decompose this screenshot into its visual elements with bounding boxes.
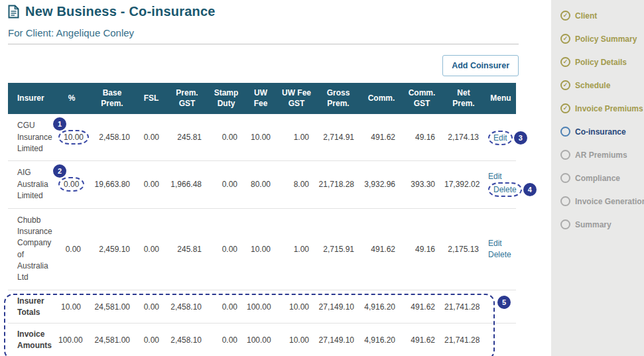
total-cell: 491.62 [402,324,442,356]
check-circle-icon [560,11,570,21]
value-cell: 3,932.96 [361,161,402,208]
sidebar-step-policy-summary[interactable]: Policy Summary [560,34,641,44]
insurer-row-aig: AIG Australia Limited 2 0.00 19,663.80 0… [8,161,516,208]
sidebar-step-compliance[interactable]: Compliance [560,173,641,183]
check-circle-icon [560,57,570,67]
check-circle-icon [560,80,570,90]
menu-cell: Edit Delete 4 [485,161,516,208]
value-cell: 0.00 [208,114,244,161]
insurer-name-cell: CGU Insurance Limited [8,114,56,161]
value-cell: 49.16 [402,114,442,161]
edit-link[interactable]: Edit [493,133,507,143]
coinsurance-table-wrap: Insurer % Base Prem. FSL Prem. GST Stamp… [8,83,516,356]
sidebar-step-schedule[interactable]: Schedule [560,80,641,90]
col-header-menu: Menu [485,83,516,114]
delete-link[interactable]: Delete [488,250,513,259]
radio-circle-icon [560,196,570,206]
coinsurance-table: Insurer % Base Prem. FSL Prem. GST Stamp… [8,83,516,356]
sidebar-step-invoice-premiums[interactable]: Invoice Premiums [560,103,641,113]
value-cell: 245.81 [166,208,208,290]
wizard-sidebar: Client Policy Summary Policy Details Sch… [551,0,644,356]
value-cell: 0.00 [137,161,166,208]
edit-link[interactable]: Edit [488,172,502,181]
total-cell: 0.00 [137,290,166,324]
value-cell: 8.00 [277,161,316,208]
page: New Business - Co-insurance For Client: … [0,0,644,356]
menu-cell-empty [485,324,516,356]
totals-label: Insurer Totals [8,290,56,324]
callout-badge-1: 1 [53,117,66,131]
value-cell: 2,714.91 [316,114,361,161]
total-cell: 4,916.20 [361,324,402,356]
radio-circle-icon [560,219,570,229]
total-cell: 100.00 [244,290,277,324]
toolbar: Add Coinsurer [8,55,519,76]
value-cell: 0.00 [137,208,166,290]
col-header-comm: Comm. [361,83,402,114]
total-cell: 2,458.10 [166,324,208,356]
radio-circle-icon [560,173,570,183]
menu-cell: Edit 3 [485,114,516,161]
insurer-row-cgu: CGU Insurance Limited 1 10.00 2,458.10 0… [8,114,516,161]
value-cell: 80.00 [244,161,277,208]
value-cell: 2,174.13 [442,114,485,161]
value-cell: 1.00 [277,208,316,290]
totals-label: Invoice Amounts [8,324,56,356]
sidebar-step-summary[interactable]: Summary [560,219,641,229]
total-cell: 100.00 [244,324,277,356]
col-header-insurer: Insurer [8,83,56,114]
total-cell: 10.00 [56,290,88,324]
col-header-prem-gst: Prem. GST [166,83,208,114]
total-cell: 4,916.20 [361,290,402,324]
callout-badge-3: 3 [514,131,527,145]
col-header-base-prem: Base Prem. [88,83,137,114]
value-cell: 2,459.10 [88,208,137,290]
add-coinsurer-button[interactable]: Add Coinsurer [442,55,519,76]
total-cell: 24,581.00 [88,290,137,324]
percent-value: 10.00 [64,133,84,142]
col-header-stamp-duty: Stamp Duty [208,83,244,114]
callout-oval-4: Delete [488,182,522,197]
total-cell: 10.00 [277,324,316,356]
client-subtitle: For Client: Angelique Conley [8,27,519,44]
total-cell: 491.62 [402,290,442,324]
value-cell: 0.00 [208,161,244,208]
callout-oval-1: 10.00 [58,130,89,145]
value-cell: 0.00 [137,114,166,161]
invoice-amounts-row: Invoice Amounts 100.00 24,581.00 0.00 2,… [8,324,516,356]
percent-cell: 2 0.00 [56,161,88,208]
insurer-name-cell: Chubb Insurance Company of Australia Ltd [8,208,56,290]
total-cell: 100.00 [56,324,88,356]
sidebar-step-policy-details[interactable]: Policy Details [560,57,641,67]
value-cell: 0.00 [208,208,244,290]
callout-badge-2: 2 [53,164,66,178]
page-title: New Business - Co-insurance [25,4,216,19]
total-cell: 10.00 [277,290,316,324]
delete-link[interactable]: Delete [493,185,517,194]
value-cell: 491.62 [361,208,402,290]
col-header-fsl: FSL [137,83,166,114]
insurer-name-cell: AIG Australia Limited [8,161,56,208]
insurer-totals-row: Insurer Totals 10.00 24,581.00 0.00 2,45… [8,290,516,324]
sidebar-step-ar-premiums[interactable]: AR Premiums [560,150,641,160]
sidebar-step-invoice-generation[interactable]: Invoice Generation [560,196,641,206]
sidebar-step-co-insurance[interactable]: Co-insurance [560,127,641,137]
value-cell: 2,715.91 [316,208,361,290]
main-content: New Business - Co-insurance For Client: … [0,0,551,356]
value-cell: 19,663.80 [88,161,137,208]
total-cell: 21,741.28 [442,324,485,356]
col-header-gross-prem: Gross Prem. [316,83,361,114]
value-cell: 21,718.28 [316,161,361,208]
callout-badge-5: 5 [497,296,511,309]
edit-link[interactable]: Edit [488,239,513,248]
value-cell: 1.00 [277,114,316,161]
total-cell: 0.00 [208,324,244,356]
value-cell: 393.30 [402,161,442,208]
value-cell: 2,458.10 [88,114,137,161]
percent-cell: 0.00 [56,208,88,290]
total-cell: 21,741.28 [442,290,485,324]
col-header-uw-fee-gst: UW Fee GST [277,83,316,114]
value-cell: 1,966.48 [166,161,208,208]
sidebar-step-client[interactable]: Client [560,11,641,21]
callout-oval-3: Edit [488,131,513,145]
